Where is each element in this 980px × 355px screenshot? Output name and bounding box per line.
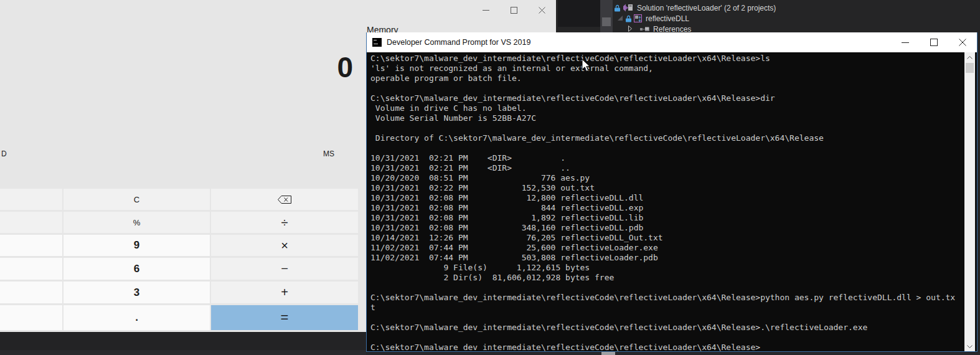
- vs-scrollbar-bottom-sliver: [601, 352, 615, 355]
- calc-button-partial[interactable]: [0, 235, 62, 256]
- maximize-icon: [930, 39, 938, 46]
- calc-button-partial[interactable]: [0, 282, 62, 303]
- digit-6-button[interactable]: 6: [64, 258, 210, 280]
- cpp-project-icon: [634, 14, 642, 22]
- calc-button-partial[interactable]: [0, 305, 62, 330]
- minimize-button[interactable]: [472, 0, 500, 20]
- console-line: C:\sektor7\malware_dev_intermediate\refl…: [370, 93, 955, 103]
- console-line: 10/31/2021 02:21 PM <DIR> .: [370, 153, 955, 163]
- console-line: 10/20/2020 08:51 PM 776 aes.py: [370, 173, 955, 183]
- backspace-button[interactable]: [211, 189, 358, 210]
- console-output: C:\sektor7\malware_dev_intermediate\refl…: [370, 54, 955, 351]
- console-scrollbar[interactable]: [964, 52, 975, 351]
- calc-button-partial[interactable]: [0, 258, 62, 280]
- chevron-expanded-icon[interactable]: [618, 16, 623, 21]
- clear-button[interactable]: C: [64, 189, 210, 210]
- equals-button[interactable]: =: [211, 305, 358, 330]
- solution-icon: [623, 4, 633, 12]
- backspace-icon: [277, 195, 292, 204]
- calculator-caption-buttons: [472, 0, 556, 20]
- scroll-up-icon[interactable]: [964, 52, 975, 62]
- cmd-caption-buttons: [891, 32, 977, 52]
- console-line: 11/02/2021 07:44 PM 503,808 reflectiveLo…: [370, 253, 955, 263]
- console-icon: [372, 38, 382, 47]
- console-line: 9 File(s) 1,122,615 bytes: [370, 263, 955, 273]
- console-line: Directory of C:\sektor7\malware_dev_inte…: [370, 133, 955, 143]
- maximize-icon: [511, 7, 517, 14]
- console-line: 11/02/2021 07:44 PM 25,600 reflectiveLoa…: [370, 243, 955, 253]
- console-body[interactable]: C:\sektor7\malware_dev_intermediate\refl…: [367, 52, 977, 351]
- percent-button[interactable]: %: [64, 212, 210, 233]
- console-line: 10/31/2021 02:08 PM 12,800 reflectiveDLL…: [370, 193, 955, 203]
- references-icon: [640, 26, 649, 32]
- command-prompt-window: Developer Command Prompt for VS 2019 C:\…: [366, 32, 978, 352]
- console-scrollbar-thumb[interactable]: [966, 63, 974, 73]
- console-line: 'ls' is not recognized as an internal or…: [370, 64, 955, 73]
- lock-icon: [615, 4, 620, 12]
- vs-scrollbar[interactable]: [600, 0, 613, 32]
- background-dark-strip-lower: [0, 350, 366, 355]
- scroll-down-icon[interactable]: [964, 341, 975, 351]
- console-line: 10/31/2021 02:21 PM <DIR> ..: [370, 163, 955, 173]
- console-line: [370, 143, 955, 153]
- maximize-button[interactable]: [920, 32, 948, 52]
- close-button[interactable]: [528, 0, 556, 20]
- decimal-button[interactable]: .: [64, 305, 210, 330]
- digit-9-button[interactable]: 9: [64, 235, 210, 256]
- console-line: [370, 123, 955, 133]
- minimize-icon: [902, 42, 909, 43]
- divide-button[interactable]: ÷: [211, 212, 358, 233]
- chevron-collapsed-icon[interactable]: [628, 26, 633, 32]
- console-line: operable program or batch file.: [370, 73, 955, 83]
- console-line: 10/31/2021 02:22 PM 152,530 out.txt: [370, 183, 955, 193]
- console-line: [370, 283, 955, 293]
- digit-3-button[interactable]: 3: [64, 282, 210, 303]
- console-line: 10/31/2021 02:08 PM 1,892 reflectiveDLL.…: [370, 213, 955, 223]
- window-title: Developer Command Prompt for VS 2019: [387, 38, 530, 47]
- vs-editor-dark-region: [558, 0, 600, 27]
- console-line: Volume in drive C has no label.: [370, 103, 955, 113]
- lock-icon: [626, 15, 631, 22]
- vs-scrollbar-thumb[interactable]: [602, 17, 611, 26]
- cmd-titlebar[interactable]: Developer Command Prompt for VS 2019: [367, 32, 977, 52]
- console-line: 10/14/2021 12:26 PM 76,205 reflectiveDLL…: [370, 233, 955, 243]
- console-line: C:\sektor7\malware_dev_intermediate\refl…: [370, 323, 955, 333]
- close-icon: [539, 7, 545, 14]
- console-line: C:\sektor7\malware_dev_intermediate\refl…: [370, 343, 955, 351]
- close-button[interactable]: [948, 32, 977, 52]
- tree-item-label: Solution 'reflectiveLoader' (2 of 2 proj…: [637, 4, 776, 12]
- calc-button-partial[interactable]: [0, 189, 62, 210]
- subtract-button[interactable]: −: [211, 258, 358, 280]
- mouse-cursor: [582, 59, 591, 72]
- tree-item-project[interactable]: reflectiveDLL: [618, 13, 689, 24]
- minimize-icon: [483, 10, 489, 11]
- background-below-console: [366, 352, 980, 355]
- tree-item-solution[interactable]: Solution 'reflectiveLoader' (2 of 2 proj…: [615, 2, 776, 13]
- console-line: t: [370, 303, 955, 313]
- add-button[interactable]: +: [211, 282, 358, 303]
- calc-button-partial[interactable]: [0, 212, 62, 233]
- console-line: 10/31/2021 02:08 PM 844 reflectiveDLL.ex…: [370, 203, 955, 213]
- console-line: [370, 313, 955, 323]
- console-line: Volume Serial Number is 52BB-A27C: [370, 113, 955, 123]
- close-icon: [959, 39, 966, 46]
- minimize-button[interactable]: [891, 32, 920, 52]
- console-line: C:\sektor7\malware_dev_intermediate\refl…: [370, 54, 955, 64]
- memory-store-button[interactable]: MS: [323, 149, 334, 158]
- tree-item-label: reflectiveDLL: [646, 14, 689, 23]
- console-line: C:\sektor7\malware_dev_intermediate\refl…: [370, 293, 955, 303]
- console-line: 10/31/2021 02:08 PM 348,160 reflectiveDL…: [370, 223, 955, 233]
- multiply-button[interactable]: ×: [211, 235, 358, 256]
- console-line: [370, 333, 955, 343]
- calculator-display: 0: [337, 51, 353, 83]
- maximize-button[interactable]: [500, 0, 528, 20]
- console-line: [370, 83, 955, 93]
- word-size-button-partial[interactable]: D: [1, 149, 7, 158]
- console-line: 2 Dir(s) 81,606,012,928 bytes free: [370, 273, 955, 283]
